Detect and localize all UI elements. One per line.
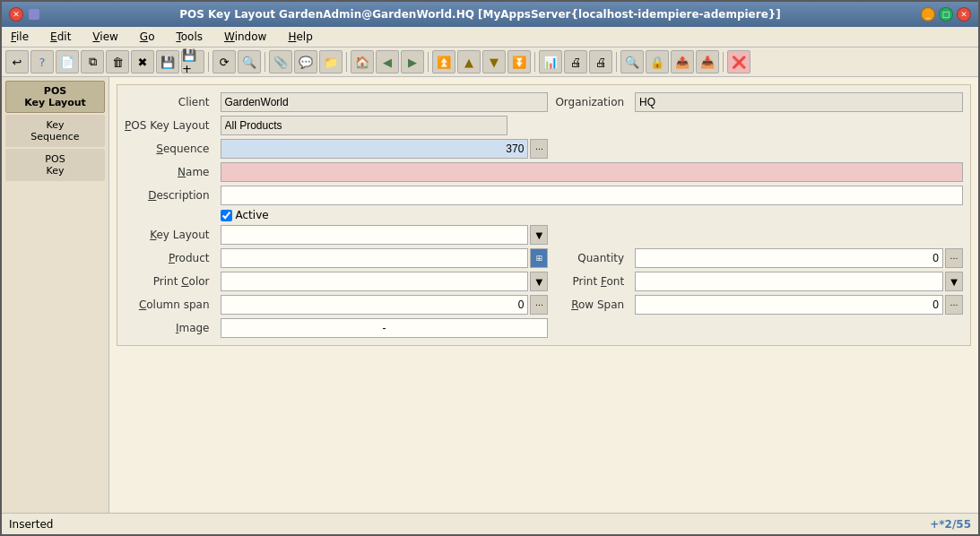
menu-edit[interactable]: Edit xyxy=(45,29,76,45)
row-span-label: Row Span xyxy=(555,298,628,311)
sequence-input[interactable] xyxy=(221,139,529,159)
menu-tools[interactable]: Tools xyxy=(170,29,208,45)
status-right: +*2/55 xyxy=(930,518,971,531)
toolbar-sep-4 xyxy=(428,52,429,72)
home-button[interactable]: 🏠 xyxy=(351,50,374,73)
key-layout-dropdown-btn[interactable]: ▼ xyxy=(530,225,548,245)
save-new-button[interactable]: 💾+ xyxy=(181,50,204,73)
save-current-button[interactable]: 💾 xyxy=(156,50,179,73)
toolbar-sep-7 xyxy=(723,52,724,72)
help-button[interactable]: ? xyxy=(30,50,54,73)
quantity-input[interactable] xyxy=(635,248,943,268)
upload-button[interactable]: 📥 xyxy=(696,50,719,73)
next-button[interactable]: ▼ xyxy=(482,50,506,73)
product-input[interactable] xyxy=(221,248,529,268)
pos-key-layout-field-row xyxy=(221,116,964,135)
print-color-field-row: ▼ xyxy=(221,272,549,291)
chat-button[interactable]: 💬 xyxy=(294,50,317,73)
window-title: POS Key Layout GardenAdmin@GardenWorld.H… xyxy=(39,8,921,21)
active-checkbox[interactable] xyxy=(221,210,232,221)
report-button[interactable]: 📊 xyxy=(539,50,562,73)
quantity-btn[interactable]: ⋯ xyxy=(945,248,963,268)
maximize-button[interactable]: □ xyxy=(939,7,953,22)
image-label: Image xyxy=(125,322,213,334)
menu-bar: File Edit View Go Tools Window Help xyxy=(2,27,978,48)
close-window-button[interactable]: ✕ xyxy=(9,7,23,22)
sidebar: POSKey Layout KeySequence POSKey xyxy=(2,77,109,513)
toolbar-sep-5 xyxy=(534,52,535,72)
find-button[interactable]: 🔍 xyxy=(238,50,261,73)
toolbar: ↩ ? 📄 ⧉ 🗑 ✖ 💾 💾+ ⟳ 🔍 📎 💬 📁 🏠 ◀ ▶ ⏫ ▲ ▼ ⏬… xyxy=(2,48,978,77)
product-btn[interactable]: ⊞ xyxy=(530,248,548,268)
name-field-row xyxy=(221,162,964,182)
print2-button[interactable]: 🖨 xyxy=(589,50,612,73)
close-tab-button[interactable]: ❌ xyxy=(727,50,750,73)
print-font-field-row: ▼ xyxy=(635,272,963,291)
title-bar-controls: _ □ ✕ xyxy=(921,7,971,22)
delete-record-button[interactable]: 🗑 xyxy=(106,50,129,73)
print-font-label: Print Font xyxy=(555,275,628,288)
close-button-title[interactable]: ✕ xyxy=(957,7,971,22)
void-button[interactable]: ✖ xyxy=(131,50,154,73)
column-span-input[interactable] xyxy=(221,295,529,315)
toolbar-sep-6 xyxy=(616,52,617,72)
menu-window[interactable]: Window xyxy=(219,29,272,45)
pos-key-layout-input[interactable] xyxy=(221,116,507,135)
toolbar-sep-1 xyxy=(208,52,209,72)
sidebar-item-key-sequence[interactable]: KeySequence xyxy=(5,115,105,147)
archive-button[interactable]: 📁 xyxy=(319,50,343,73)
print-color-input[interactable] xyxy=(221,272,529,291)
attach-button[interactable]: 📎 xyxy=(269,50,292,73)
print-button[interactable]: 🖨 xyxy=(564,50,587,73)
send-button[interactable]: 📤 xyxy=(671,50,694,73)
title-bar-left: ✕ xyxy=(9,7,39,22)
prev-button[interactable]: ▲ xyxy=(457,50,481,73)
zoom-button[interactable]: 🔍 xyxy=(620,50,644,73)
sidebar-item-pos-key[interactable]: POSKey xyxy=(5,149,105,181)
print-color-dropdown-btn[interactable]: ▼ xyxy=(530,272,548,291)
row-span-input[interactable] xyxy=(635,295,943,315)
product-field-row: ⊞ xyxy=(221,248,549,268)
key-layout-field-row: ▼ xyxy=(221,225,549,245)
quantity-field-row: ⋯ xyxy=(635,248,963,268)
lock-button[interactable]: 🔒 xyxy=(646,50,669,73)
minimize-button[interactable]: _ xyxy=(921,7,935,22)
refresh-button[interactable]: ⟳ xyxy=(212,50,236,73)
menu-help[interactable]: Help xyxy=(282,29,317,45)
print-font-dropdown-btn[interactable]: ▼ xyxy=(945,272,963,291)
column-span-btn[interactable]: ⋯ xyxy=(530,295,548,315)
sequence-btn[interactable]: ⋯ xyxy=(530,139,548,159)
status-left: Inserted xyxy=(9,518,53,531)
menu-file[interactable]: File xyxy=(5,29,34,45)
print-font-input[interactable] xyxy=(635,272,943,291)
back-button[interactable]: ◀ xyxy=(376,50,399,73)
row-span-btn[interactable]: ⋯ xyxy=(945,295,963,315)
last-button[interactable]: ⏬ xyxy=(507,50,531,73)
name-label: Name xyxy=(125,166,213,178)
print-color-label: Print Color xyxy=(125,275,213,288)
image-input[interactable] xyxy=(221,318,549,338)
main-window: ✕ POS Key Layout GardenAdmin@GardenWorld… xyxy=(0,0,980,536)
title-bar: ✕ POS Key Layout GardenAdmin@GardenWorld… xyxy=(2,2,978,27)
key-layout-input[interactable] xyxy=(221,225,529,245)
client-label: Client xyxy=(125,96,213,108)
menu-view[interactable]: View xyxy=(87,29,123,45)
key-layout-label: Key Layout xyxy=(125,229,213,241)
sidebar-item-pos-key-layout[interactable]: POSKey Layout xyxy=(5,81,105,113)
new-record-button[interactable]: 📄 xyxy=(56,50,79,73)
name-input[interactable] xyxy=(221,162,964,182)
copy-record-button[interactable]: ⧉ xyxy=(81,50,104,73)
menu-go[interactable]: Go xyxy=(134,29,160,45)
app-icon xyxy=(29,9,39,20)
forward-button[interactable]: ▶ xyxy=(401,50,424,73)
description-input[interactable] xyxy=(221,186,964,205)
quantity-label: Quantity xyxy=(555,252,628,264)
image-field-row xyxy=(221,318,549,338)
sequence-label: Sequence xyxy=(125,143,213,155)
toolbar-sep-3 xyxy=(346,52,347,72)
product-label: Product xyxy=(125,252,213,264)
first-button[interactable]: ⏫ xyxy=(432,50,455,73)
undo-button[interactable]: ↩ xyxy=(5,50,29,73)
client-input[interactable] xyxy=(221,92,549,112)
organization-input[interactable] xyxy=(635,92,963,112)
